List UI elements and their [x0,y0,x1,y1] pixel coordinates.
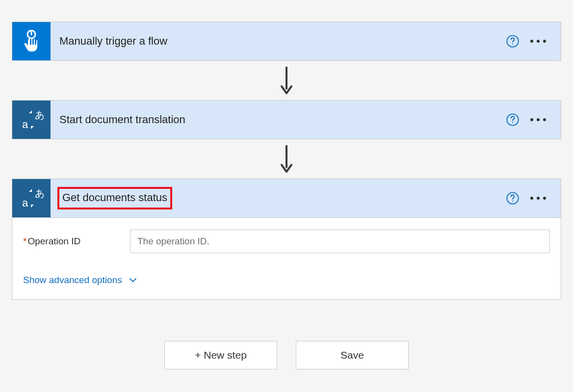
flow-designer-canvas: Manually trigger a flow [0,0,573,392]
chevron-down-icon [128,275,138,285]
step-actions [506,191,561,205]
flow-step-get-documents-status: あ a Get documents status [12,179,561,300]
step-title: Get documents status [57,187,172,209]
step-actions [506,113,561,127]
step-actions [506,34,561,48]
save-button[interactable]: Save [296,341,409,369]
manual-trigger-icon [12,22,51,60]
help-icon[interactable] [506,34,520,48]
help-icon[interactable] [506,191,520,205]
svg-text:a: a [22,118,28,131]
flow-step-start-translation[interactable]: あ a Start document translation [12,100,561,139]
more-options-icon[interactable] [529,115,547,124]
designer-footer: + New step Save [12,341,561,369]
new-step-button[interactable]: + New step [164,341,277,369]
step-title: Start document translation [51,113,506,126]
show-advanced-options[interactable]: Show advanced options [23,275,138,286]
flow-step-trigger[interactable]: Manually trigger a flow [12,22,561,61]
svg-text:あ: あ [35,109,44,120]
svg-point-13 [512,201,513,202]
more-options-icon[interactable] [529,37,547,46]
advanced-options-label: Show advanced options [23,275,122,286]
operation-id-input[interactable] [130,230,550,253]
step-title: Manually trigger a flow [51,35,506,48]
step-header[interactable]: Manually trigger a flow [12,22,561,60]
step-header[interactable]: あ a Start document translation [12,101,561,139]
svg-point-3 [512,44,513,45]
step-title-highlighted: Get documents status [51,187,506,209]
more-options-icon[interactable] [529,194,547,203]
translator-icon: あ a [12,179,51,217]
help-icon[interactable] [506,113,520,127]
flow-arrow [278,139,295,179]
param-label-text: Operation ID [27,236,80,247]
svg-point-8 [512,122,513,123]
step-body: * Operation ID Show advanced options [12,217,561,299]
svg-rect-1 [31,31,32,35]
param-operation-id: * Operation ID [23,230,550,253]
svg-text:a: a [22,197,28,209]
param-label: * Operation ID [23,236,121,247]
translator-icon: あ a [12,101,51,139]
required-mark: * [23,236,26,247]
svg-text:あ: あ [35,188,44,199]
step-header[interactable]: あ a Get documents status [12,179,561,217]
flow-arrow [278,61,295,100]
